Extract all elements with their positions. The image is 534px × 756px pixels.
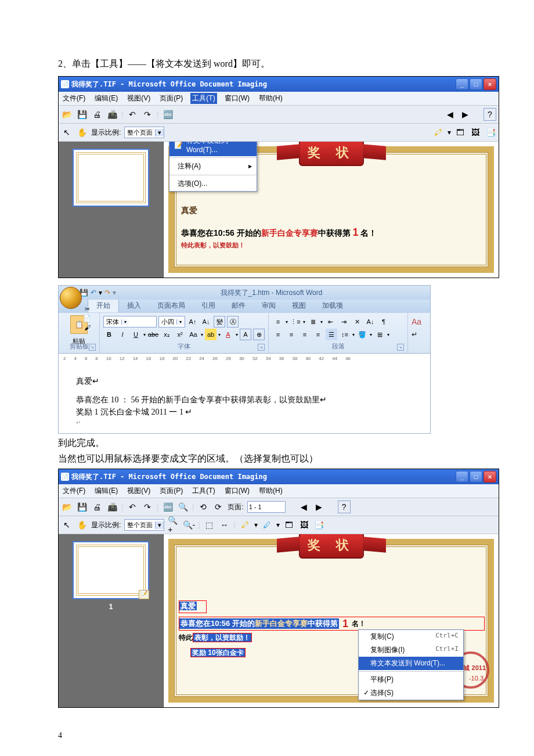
annotations-icon[interactable]: 📑: [313, 519, 325, 531]
close-button[interactable]: ×: [484, 78, 496, 90]
shrink-font-icon[interactable]: A↓: [200, 316, 212, 327]
open-icon[interactable]: 📂: [61, 501, 73, 513]
tab-addin[interactable]: 加载项: [314, 299, 351, 312]
font-name-select[interactable]: 宋体▾: [103, 316, 157, 327]
italic-icon[interactable]: I: [117, 329, 128, 340]
menu-view[interactable]: 视图(V): [125, 93, 152, 104]
undo-icon[interactable]: ↶: [127, 501, 138, 513]
numbering-icon[interactable]: ⋮≡: [290, 316, 301, 327]
tab-mail[interactable]: 邮件: [223, 299, 254, 312]
tools-send-to-word[interactable]: 📝将文本发送到 Word(T)...: [169, 142, 257, 156]
menu-edit[interactable]: 编辑(E): [93, 93, 120, 104]
line-spacing-icon[interactable]: ↕≡: [339, 329, 351, 340]
menu-file[interactable]: 文件(F): [61, 93, 87, 104]
rotate-right-icon[interactable]: ⟳: [212, 501, 224, 513]
indent-dec-icon[interactable]: ⇤: [324, 316, 336, 327]
maximize-button[interactable]: □: [470, 78, 482, 90]
scale-select[interactable]: 整个页面▾: [124, 127, 164, 138]
undo-icon[interactable]: ↶: [127, 109, 138, 120]
scale-select[interactable]: 整个页面▾: [124, 519, 164, 531]
prev-page-icon[interactable]: ◀: [444, 109, 456, 120]
find-icon[interactable]: 🔍: [177, 501, 189, 513]
align-center-icon[interactable]: ≡: [286, 329, 297, 340]
menu-window[interactable]: 窗口(W): [223, 485, 251, 496]
ctx-copy-image[interactable]: 复制图像(I)Ctrl+I: [359, 643, 463, 657]
menu-help[interactable]: 帮助(H): [257, 93, 284, 104]
menu-file[interactable]: 文件(F): [61, 485, 87, 496]
fit-page-icon[interactable]: ⬚: [203, 519, 215, 531]
align-left-icon[interactable]: ≡: [272, 329, 284, 340]
grow-font-icon[interactable]: A↑: [187, 316, 199, 327]
qat-redo-icon[interactable]: ↷: [104, 289, 110, 297]
menu-page[interactable]: 页面(P): [158, 93, 185, 104]
minimize-button[interactable]: _: [456, 471, 468, 483]
tab-review[interactable]: 审阅: [254, 299, 284, 312]
scan-icon[interactable]: 📠: [106, 109, 118, 120]
char-shade-icon[interactable]: ⊕: [253, 329, 265, 340]
ctx-send-to-word[interactable]: 将文本发送到 Word(T)...: [359, 657, 463, 670]
tools-annotate[interactable]: 注释(A): [169, 159, 257, 174]
font-size-select[interactable]: 小四▾: [158, 316, 185, 327]
multilevel-icon[interactable]: ≣: [307, 316, 319, 327]
redo-icon[interactable]: ↷: [142, 501, 153, 513]
tab-view[interactable]: 视图: [284, 299, 314, 312]
page-input[interactable]: [247, 501, 286, 513]
select-icon[interactable]: ↖: [61, 127, 73, 138]
open-icon[interactable]: 📂: [61, 109, 73, 120]
image-icon[interactable]: 🖼: [298, 519, 310, 531]
fit-width-icon[interactable]: ↔: [218, 519, 230, 531]
save-icon[interactable]: 💾: [76, 109, 88, 120]
ctx-copy[interactable]: 复制(C)Ctrl+C: [359, 630, 463, 643]
subscript-icon[interactable]: x₂: [161, 329, 172, 340]
page-thumbnail[interactable]: [73, 149, 149, 207]
align-right-icon[interactable]: ≡: [299, 329, 311, 340]
rotate-left-icon[interactable]: ⟲: [197, 501, 209, 513]
justify-icon[interactable]: ≡: [312, 329, 324, 340]
maximize-button[interactable]: □: [470, 471, 482, 483]
next-page-icon[interactable]: ▶: [313, 501, 325, 513]
ocr-icon[interactable]: 🔤: [162, 109, 174, 120]
save-icon[interactable]: 💾: [76, 501, 88, 513]
para-dialog-icon[interactable]: ↘: [397, 344, 404, 351]
hand-icon[interactable]: ✋: [76, 127, 88, 138]
hand-icon[interactable]: ✋: [76, 519, 88, 531]
menu-window[interactable]: 窗口(W): [223, 93, 251, 104]
copy-icon[interactable]: 📄: [81, 314, 93, 323]
borders-icon[interactable]: ⊞: [374, 329, 385, 340]
tab-ref[interactable]: 引用: [193, 299, 223, 312]
font-color-icon[interactable]: A: [222, 329, 234, 340]
highlight-icon[interactable]: 🖍: [239, 519, 251, 531]
tab-insert[interactable]: 插入: [119, 299, 149, 312]
print-icon[interactable]: 🖨: [91, 501, 103, 513]
menu-tools[interactable]: 工具(T): [190, 485, 217, 496]
image-icon[interactable]: 🖼: [470, 127, 481, 138]
char-border-icon[interactable]: A: [240, 329, 251, 340]
help-icon[interactable]: ?: [338, 501, 351, 513]
superscript-icon[interactable]: x²: [174, 329, 186, 340]
indent-inc-icon[interactable]: ⇥: [338, 316, 349, 327]
pen-icon[interactable]: 🖊: [261, 519, 273, 531]
zoom-out-icon[interactable]: 🔍-: [183, 519, 194, 531]
textbox-icon[interactable]: 🗔: [283, 519, 295, 531]
asian-layout-icon[interactable]: ✕: [351, 316, 363, 327]
clipboard-dialog-icon[interactable]: ↘: [89, 344, 96, 351]
scan-icon[interactable]: 📠: [106, 501, 118, 513]
menu-page[interactable]: 页面(P): [158, 485, 185, 496]
bullets-icon[interactable]: ≡: [272, 316, 284, 327]
phonetic-icon[interactable]: 變: [214, 316, 225, 327]
cut-icon[interactable]: ✂: [81, 305, 93, 314]
highlight-color-icon[interactable]: ab: [205, 329, 217, 340]
next-page-icon[interactable]: ▶: [459, 109, 471, 120]
ctx-pan[interactable]: 平移(P): [359, 673, 463, 686]
help-icon[interactable]: ?: [484, 108, 496, 121]
qat-undo-icon[interactable]: ↶: [91, 289, 96, 297]
close-button[interactable]: ×: [484, 471, 496, 483]
office-button[interactable]: [60, 287, 82, 309]
change-case-icon[interactable]: Aa: [187, 329, 199, 340]
distribute-icon[interactable]: ☰: [326, 329, 337, 340]
annotations-icon[interactable]: 📑: [485, 127, 496, 138]
font-dialog-icon[interactable]: ↘: [258, 344, 265, 351]
show-marks-icon[interactable]: ¶: [378, 316, 389, 327]
prev-page-icon[interactable]: ◀: [298, 501, 310, 513]
textbox-icon[interactable]: 🗔: [454, 127, 466, 138]
